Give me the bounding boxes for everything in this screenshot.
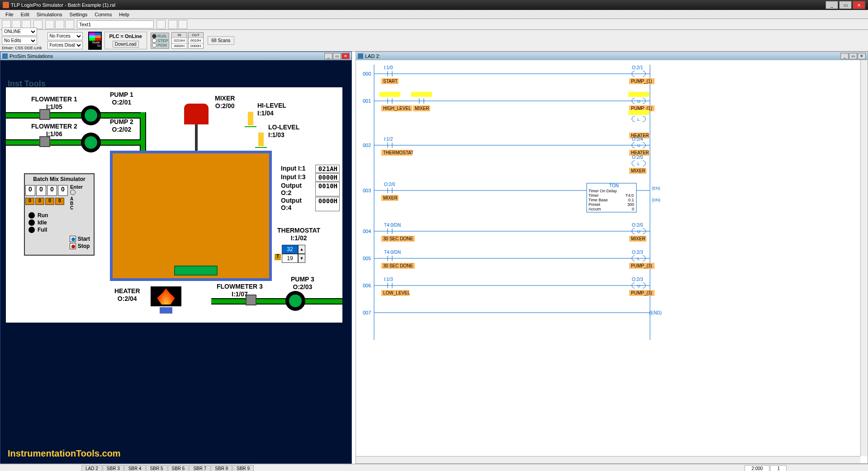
ladder-scroll-h[interactable] [356,456,860,463]
ladder-scroll-v[interactable] [860,60,868,456]
mode-full-dot[interactable] [28,227,35,233]
tab-sbr8[interactable]: SBR 8 [211,465,232,471]
ladder-min[interactable]: _ [840,53,849,59]
sw-c[interactable]: C [70,205,73,210]
tab-sbr6[interactable]: SBR 6 [168,465,189,471]
pump-2 [81,133,101,152]
max-button[interactable]: ▭ [839,1,852,9]
plc-status-box: PLC = OnLine DownLoad [104,32,147,49]
seg-0: 0 [25,185,35,196]
svg-text:O:2/0: O:2/0 [632,155,643,160]
ladder-svg: 000I:1/0STARTO:2/1PUMP_(1)001I:1/4HIGH_L… [356,60,868,340]
therm-setpoint[interactable] [282,245,298,254]
ladder-title: LAD 2: [365,53,380,59]
mode-pgm[interactable]: PGM [152,43,168,48]
svg-text:005: 005 [363,256,371,261]
copy-icon[interactable] [55,20,64,29]
stop-button[interactable] [70,243,76,249]
therm-current[interactable] [282,254,298,263]
forces-select[interactable]: No Forces [47,32,83,40]
tab-sbr4[interactable]: SBR 4 [124,465,146,471]
prosim-min[interactable]: _ [324,53,332,59]
pump-1-addr: O:2/01 [112,99,132,106]
mode-step[interactable]: STEP [152,38,168,43]
io-out-0: 0010H [189,38,203,43]
pump-1 [81,105,101,125]
cut-icon[interactable] [45,20,54,29]
edits-select[interactable]: No Edits [2,37,37,45]
io-i3-val: 0000H [315,173,340,181]
svg-text:T4:0/DN: T4:0/DN [384,223,401,228]
led-2: 0 [45,198,54,205]
forces-disabled-select[interactable]: Forces Disabled [47,41,83,49]
menu-settings[interactable]: Settings [66,11,91,18]
io-i3-label: Input I:3 [281,173,305,181]
footer-link: InstrumentationTools.com [8,448,121,459]
pump-2-label: PUMP 2 [110,118,133,125]
svg-text:START: START [383,79,398,84]
tab-sbr3[interactable]: SBR 3 [103,465,124,471]
plc-online-label: PLC = OnLine [109,33,142,39]
pump-2-addr: O:2/02 [112,126,132,133]
menu-file[interactable]: File [2,11,17,18]
flowmeter-2 [39,136,50,147]
io-in-1: 0000H [172,43,186,48]
zoom-in-icon[interactable] [168,20,177,29]
svg-text:O:2/0: O:2/0 [632,223,643,228]
ladder-body[interactable]: 000I:1/0STARTO:2/1PUMP_(1)001I:1/4HIGH_L… [356,60,868,463]
enter-button[interactable] [70,190,76,195]
thermostat-control: ▲ ▼ [282,245,305,263]
svg-text:U: U [637,284,640,288]
hi-level-line [245,126,256,127]
prosim-max[interactable]: ▭ [333,53,341,59]
svg-text:T4:0: T4:0 [626,193,634,198]
start-button[interactable] [70,236,76,242]
text-input[interactable] [77,20,154,29]
svg-text:(DN): (DN) [652,198,660,202]
heater-label: HEATER [114,287,140,295]
svg-text:000: 000 [363,71,371,76]
svg-text:30 SEC DONE: 30 SEC DONE [383,236,413,241]
mode-run[interactable]: RUN [152,34,168,38]
tab-sbr7[interactable]: SBR 7 [189,465,210,471]
io-readout: Input I:1021AH Input I:30000H Output O:2… [281,164,340,212]
mode-full-label: Full [38,227,47,233]
menu-comms[interactable]: Comms [91,11,115,18]
prosim-close[interactable]: ✕ [342,53,350,59]
hi-level-addr: I:1/04 [257,109,274,117]
tab-sbr5[interactable]: SBR 5 [146,465,167,471]
mode-idle-dot[interactable] [28,219,35,226]
svg-text:(END): (END) [649,310,662,315]
menu-simulations[interactable]: Simulations [33,11,66,18]
ladder-icon [358,53,363,59]
tab-lad2[interactable]: LAD 2 [81,465,102,471]
ladder-close[interactable]: ✕ [858,53,866,59]
settings-icon[interactable] [157,20,166,29]
led-1: 0 [35,198,44,205]
thermostat-addr: I:1/02 [291,234,307,242]
prosim-window: ProSim Simulations _ ▭ ✕ Inst Tools [0,52,352,464]
mode-run-dot[interactable] [28,212,35,219]
svg-text:300: 300 [627,202,634,207]
download-button[interactable]: DownLoad [113,41,139,48]
paste-icon[interactable] [65,20,74,29]
seg-3: 0 [58,185,68,196]
tab-sbr9[interactable]: SBR 9 [232,465,254,471]
run-mode-box: RUN STEP PGM [151,33,170,49]
flame-icon [157,288,175,304]
menu-help[interactable]: Help [115,11,133,18]
thermostat-label: THERMOSTAT [277,227,320,234]
min-button[interactable]: _ [825,1,838,9]
close-button[interactable]: ✕ [853,1,865,9]
online-select[interactable]: ONLINE [2,28,37,36]
svg-text:L: L [637,117,640,122]
therm-up[interactable]: ▲ [298,245,305,254]
menu-edit[interactable]: Edit [17,11,33,18]
zoom-out-icon[interactable] [178,20,187,29]
svg-text:I:1/3: I:1/3 [384,277,393,282]
therm-down[interactable]: ▼ [298,254,305,263]
panel-title: Batch Mix Simulator [25,174,94,184]
mode-idle-label: Idle [38,219,47,226]
ladder-max[interactable]: ▭ [849,53,857,59]
flowmeter-1-label: FLOWMETER 1 [31,95,77,103]
